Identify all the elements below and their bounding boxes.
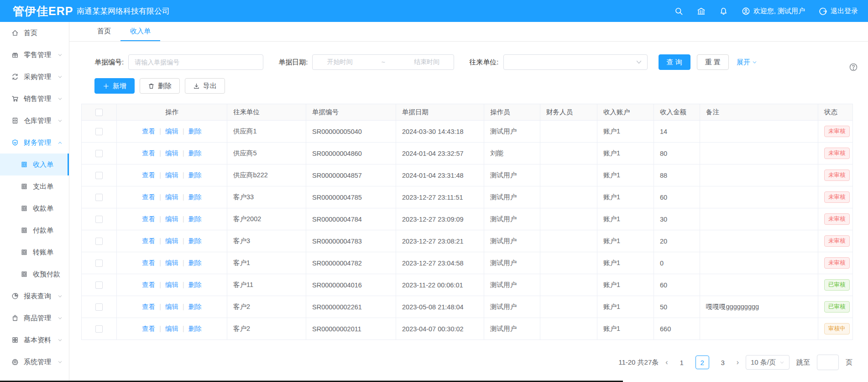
sidebar-item-purchase[interactable]: 采购管理 (0, 66, 69, 88)
page-size-select[interactable]: 10 条/页 (746, 355, 790, 370)
sidebar-item-payment-order[interactable]: 付款单 (0, 219, 69, 241)
view-link[interactable]: 查看 (142, 215, 155, 223)
view-link[interactable]: 查看 (142, 149, 155, 157)
sidebar-item-sales[interactable]: 销售管理 (0, 88, 69, 110)
delete-button[interactable]: 删除 (140, 78, 180, 94)
sidebar-item-retail[interactable]: 零售管理 (0, 44, 69, 66)
bank-icon[interactable] (697, 7, 706, 16)
edit-link[interactable]: 编辑 (165, 325, 178, 332)
account-cell: 账户1 (597, 230, 654, 252)
sidebar-item-transfer-order[interactable]: 转账单 (0, 241, 69, 263)
jump-prefix-label: 跳至 (796, 358, 810, 367)
sidebar-item-label: 付款单 (33, 226, 63, 235)
page-number-3[interactable]: 3 (716, 355, 730, 369)
status-cell: 未审核 (818, 186, 853, 208)
sidebar-item-reports[interactable]: 报表查询 (0, 285, 69, 307)
row-checkbox[interactable] (95, 172, 103, 179)
question-circle-icon[interactable] (849, 63, 858, 72)
search-button[interactable]: 查 询 (659, 54, 690, 70)
delete-link[interactable]: 删除 (188, 149, 202, 157)
reset-button[interactable]: 重 置 (697, 54, 729, 70)
sidebar-item-goods[interactable]: 商品管理 (0, 307, 69, 329)
edit-link[interactable]: 编辑 (165, 149, 178, 157)
view-link[interactable]: 查看 (142, 325, 155, 332)
edit-link[interactable]: 编辑 (165, 171, 178, 179)
remark-cell (700, 121, 818, 143)
edit-link[interactable]: 编辑 (165, 303, 178, 310)
row-checkbox[interactable] (95, 216, 103, 223)
tab-home[interactable]: 首页 (88, 22, 120, 41)
delete-link[interactable]: 删除 (188, 281, 202, 288)
edit-link[interactable]: 编辑 (165, 193, 178, 201)
header-actions: 欢迎您, 测试用户 退出登录 (675, 7, 868, 16)
row-checkbox[interactable] (95, 128, 103, 135)
amount-cell: 60 (654, 186, 700, 208)
sidebar-item-system[interactable]: 系统管理 (0, 351, 69, 373)
edit-link[interactable]: 编辑 (165, 215, 178, 223)
view-link[interactable]: 查看 (142, 193, 155, 201)
view-link[interactable]: 查看 (142, 237, 155, 244)
view-link[interactable]: 查看 (142, 303, 155, 310)
delete-link[interactable]: 删除 (188, 171, 202, 179)
action-separator: | (183, 149, 184, 157)
bill-no-cell: SR00000004860 (306, 143, 396, 164)
page-number-1[interactable]: 1 (675, 355, 689, 369)
remark-cell (700, 164, 818, 186)
delete-link[interactable]: 删除 (188, 325, 202, 332)
row-checkbox[interactable] (95, 194, 103, 201)
add-button[interactable]: 新增 (94, 78, 135, 94)
edit-link[interactable]: 编辑 (165, 281, 178, 288)
delete-link[interactable]: 删除 (188, 237, 202, 244)
delete-link[interactable]: 删除 (188, 193, 202, 201)
account-cell: 账户1 (597, 318, 654, 340)
delete-link[interactable]: 删除 (188, 215, 202, 223)
partner-select[interactable] (503, 54, 648, 70)
sidebar-item-income-receipt[interactable]: 收入单 (0, 154, 69, 175)
edit-link[interactable]: 编辑 (165, 259, 178, 266)
row-checkbox[interactable] (95, 238, 103, 245)
finance-staff-cell (540, 296, 597, 318)
next-page-button[interactable]: › (737, 358, 739, 366)
sidebar-item-label: 收预付款 (33, 270, 63, 279)
sidebar-item-advance-receipt[interactable]: 收预付款 (0, 263, 69, 285)
bill-no-input[interactable] (128, 54, 263, 70)
edit-link[interactable]: 编辑 (165, 127, 178, 135)
table-row: 查看|编辑|删除客户3SR000000047832023-12-27 23:08… (82, 230, 853, 252)
row-actions-cell: 查看|编辑|删除 (117, 121, 227, 143)
tab-income-receipt[interactable]: 收入单 (120, 22, 160, 41)
view-link[interactable]: 查看 (142, 259, 155, 266)
row-checkbox[interactable] (95, 303, 103, 311)
view-link[interactable]: 查看 (142, 281, 155, 288)
date-range-picker[interactable]: 开始时间 ~ 结束时间 (312, 54, 454, 70)
edit-link[interactable]: 编辑 (165, 237, 178, 244)
prev-page-button[interactable]: ‹ (665, 358, 668, 366)
download-icon (193, 83, 200, 90)
user-menu[interactable]: 欢迎您, 测试用户 (742, 7, 805, 16)
select-all-checkbox[interactable] (95, 109, 103, 116)
bell-icon[interactable] (719, 7, 728, 16)
delete-link[interactable]: 删除 (188, 303, 202, 310)
view-link[interactable]: 查看 (142, 127, 155, 135)
sidebar-item-expense-receipt[interactable]: 支出单 (0, 175, 69, 197)
sidebar-item-home[interactable]: 首页 (0, 22, 69, 44)
delete-link[interactable]: 删除 (188, 127, 202, 135)
home-icon (11, 29, 19, 37)
sidebar-item-basic-data[interactable]: 基本资料 (0, 329, 69, 351)
sidebar-item-finance[interactable]: 财务管理 (0, 132, 69, 154)
sidebar-item-collection-order[interactable]: 收款单 (0, 197, 69, 219)
page-number-2[interactable]: 2 (695, 355, 709, 369)
logout-label: 退出登录 (831, 7, 858, 16)
row-checkbox[interactable] (95, 150, 103, 157)
export-button[interactable]: 导出 (185, 78, 225, 94)
row-checkbox[interactable] (95, 281, 103, 289)
logout-button[interactable]: 退出登录 (819, 7, 858, 16)
delete-link[interactable]: 删除 (188, 259, 202, 266)
row-checkbox[interactable] (95, 325, 103, 333)
jump-page-input[interactable] (817, 355, 839, 370)
row-checkbox[interactable] (95, 260, 103, 267)
view-link[interactable]: 查看 (142, 171, 155, 179)
expand-filters-link[interactable]: 展开 (737, 58, 757, 67)
remark-cell: 嘎嘎嘎ggggggggg (700, 296, 818, 318)
sidebar-item-warehouse[interactable]: 仓库管理 (0, 110, 69, 132)
search-icon[interactable] (675, 7, 683, 16)
